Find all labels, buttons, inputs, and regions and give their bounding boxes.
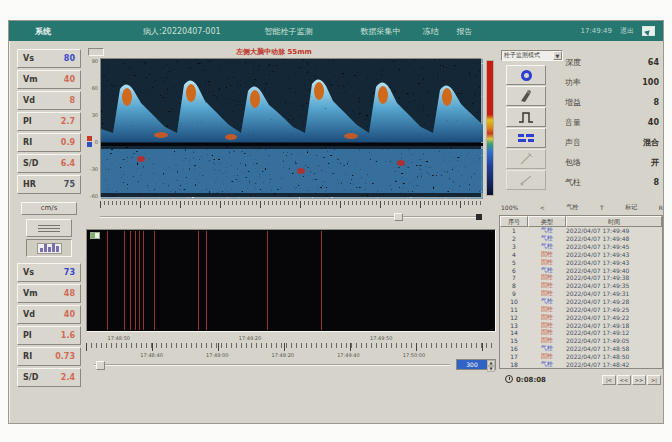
spectrogram-time-ruler	[100, 201, 482, 209]
event-row[interactable]: 1气栓2022/04/07 17:49:49	[500, 227, 662, 235]
exit-label[interactable]: 退出	[620, 26, 634, 36]
table-column-header[interactable]: 类型	[528, 216, 566, 227]
pulse-wave-icon	[517, 109, 535, 125]
caliper-tool-icon-button[interactable]	[506, 170, 546, 190]
event-row[interactable]: 4固栓2022/04/07 17:49:43	[500, 251, 662, 259]
param-value: 1.6	[61, 331, 75, 340]
event-row[interactable]: 12固栓2022/04/07 17:49:22	[500, 313, 662, 321]
param-label: Vm	[23, 75, 38, 84]
preset-dropdown[interactable]: 栓子监测模式 ▼	[501, 50, 563, 61]
baseline-marker[interactable]	[87, 136, 92, 147]
timeline-time-ruler: 17:48:5017:49:2017:49:5017:48:4017:49:00…	[86, 335, 496, 359]
toolbar-item[interactable]: T	[600, 204, 604, 211]
menu-item[interactable]: 系统	[35, 26, 51, 37]
event-index: 9	[500, 290, 528, 297]
event-index: 13	[500, 322, 528, 329]
scroll-thumb[interactable]	[96, 361, 105, 370]
measure-tool-icon-button[interactable]	[506, 149, 546, 169]
system-param-row: 深度64	[565, 52, 659, 72]
system-param-row: 增益8	[565, 92, 659, 112]
event-row[interactable]: 16气栓2022/04/07 17:48:58	[500, 345, 662, 353]
trend-parameters-panel: Vs73Vm48Vd40PI1.6RI0.73S/D2.4	[17, 263, 81, 389]
param-label: S/D	[23, 159, 38, 168]
table-body[interactable]: 1气栓2022/04/07 17:49:492气栓2022/04/07 17:4…	[500, 227, 662, 368]
text-display-mode-button[interactable]	[26, 219, 72, 237]
table-column-header[interactable]: 序号	[500, 216, 528, 227]
menu-item[interactable]: 报告	[457, 26, 473, 37]
histogram-mode-button[interactable]	[26, 239, 72, 257]
event-row[interactable]: 10气栓2022/04/07 17:49:28	[500, 298, 662, 306]
spectrogram-scrollbar[interactable]	[100, 213, 482, 221]
event-row[interactable]: 8固栓2022/04/07 17:49:35	[500, 282, 662, 290]
pager-button[interactable]: <<	[617, 375, 631, 385]
param-label: Vd	[23, 310, 35, 319]
param-value: 48	[64, 289, 75, 298]
unit-button[interactable]: cm/s	[21, 202, 77, 215]
spinner-value[interactable]: 300	[457, 360, 487, 369]
system-parameters-panel: 深度64功率100增益8音量40声音混合包络开气柱8	[565, 52, 659, 192]
event-row[interactable]: 7固栓2022/04/07 17:49:38	[500, 274, 662, 282]
event-index: 18	[500, 361, 528, 368]
toolbar-item[interactable]: R	[659, 204, 663, 211]
toolbar-item[interactable]: 气栓	[566, 203, 578, 212]
pager-button[interactable]: |<	[602, 375, 616, 385]
event-row[interactable]: 11固栓2022/04/07 17:49:25	[500, 305, 662, 313]
probe-icon-button[interactable]	[506, 86, 546, 106]
menu-item[interactable]: 冻结	[423, 26, 439, 37]
time-label: 17:49:40	[337, 352, 359, 358]
titlebar-clock: 17:49:49	[581, 27, 612, 35]
timeline-scrollbar[interactable]	[94, 361, 450, 370]
menu-item[interactable]: 病人:20220407-001	[143, 26, 221, 37]
pulse-wave-icon-button[interactable]	[506, 107, 546, 127]
embolus-event-marker	[139, 231, 140, 330]
list-lines-icon	[38, 223, 60, 234]
param-row-Vs: Vs73	[17, 263, 81, 282]
embolus-event-marker	[107, 231, 108, 330]
pager-button[interactable]: >>	[632, 375, 646, 385]
event-row[interactable]: 18气栓2022/04/07 17:48:42	[500, 360, 662, 368]
event-row[interactable]: 17固栓2022/04/07 17:48:50	[500, 353, 662, 361]
menu-item[interactable]: 数据采集中	[361, 26, 401, 37]
event-row[interactable]: 3气栓2022/04/07 17:49:45	[500, 243, 662, 251]
spectrogram-header-widget[interactable]	[88, 48, 104, 56]
event-row[interactable]: 15固栓2022/04/07 17:49:05	[500, 337, 662, 345]
param-row-HR: HR75	[17, 175, 81, 194]
event-row[interactable]: 14固栓2022/04/07 17:49:12	[500, 329, 662, 337]
toolbar-item[interactable]: 100%	[501, 204, 518, 211]
table-header: 序号类型时间	[500, 216, 662, 227]
param-label: PI	[23, 331, 32, 340]
event-row[interactable]: 5固栓2022/04/07 17:49:43	[500, 258, 662, 266]
event-time: 2022/04/07 17:48:42	[566, 361, 662, 368]
param-label: Vs	[23, 268, 34, 277]
record-icon-button[interactable]	[506, 65, 546, 85]
title-menu-bar: 系统病人:20220407-001智能栓子监测数据采集中冻结报告 17:49:4…	[9, 21, 663, 41]
pager-button[interactable]: >|	[647, 375, 661, 385]
scroll-track[interactable]	[94, 364, 450, 366]
event-row[interactable]: 6气栓2022/04/07 17:49:40	[500, 266, 662, 274]
scroll-thumb[interactable]	[394, 213, 403, 221]
toolbar-item[interactable]: <	[540, 204, 545, 211]
toolbar-item[interactable]: 标记	[625, 203, 637, 212]
legend-chip[interactable]	[90, 232, 100, 239]
app-window: 系统病人:20220407-001智能栓子监测数据采集中冻结报告 17:49:4…	[8, 20, 664, 424]
chevron-down-icon[interactable]: ▼	[553, 51, 562, 60]
system-param-row: 气柱8	[565, 172, 659, 192]
spectrum-bars-icon-button[interactable]	[506, 128, 546, 148]
event-row[interactable]: 9固栓2022/04/07 17:49:31	[500, 290, 662, 298]
system-param-value: 40	[648, 118, 659, 127]
time-window-spinner[interactable]: 300 ▲▼	[456, 359, 496, 370]
emboli-timeline-panel: 17:48:5017:49:2017:49:5017:48:4017:49:00…	[86, 229, 498, 379]
scroll-track[interactable]	[100, 216, 482, 218]
emboli-events-table[interactable]: 序号类型时间 1气栓2022/04/07 17:49:492气栓2022/04/…	[499, 215, 663, 369]
param-row-Vs: Vs80	[17, 49, 81, 68]
event-row[interactable]: 13固栓2022/04/07 17:49:18	[500, 321, 662, 329]
param-row-S/D: S/D6.4	[17, 154, 81, 173]
table-column-header[interactable]: 时间	[566, 216, 662, 227]
spin-down-icon[interactable]: ▼	[487, 366, 495, 372]
pagination: |<<<>>>|	[602, 375, 661, 385]
exit-icon[interactable]	[642, 26, 655, 36]
menu-item[interactable]: 智能栓子监测	[265, 26, 313, 37]
param-value: 0.9	[61, 138, 75, 147]
time-label: 17:49:20	[239, 335, 261, 341]
event-row[interactable]: 2气栓2022/04/07 17:49:48	[500, 235, 662, 243]
